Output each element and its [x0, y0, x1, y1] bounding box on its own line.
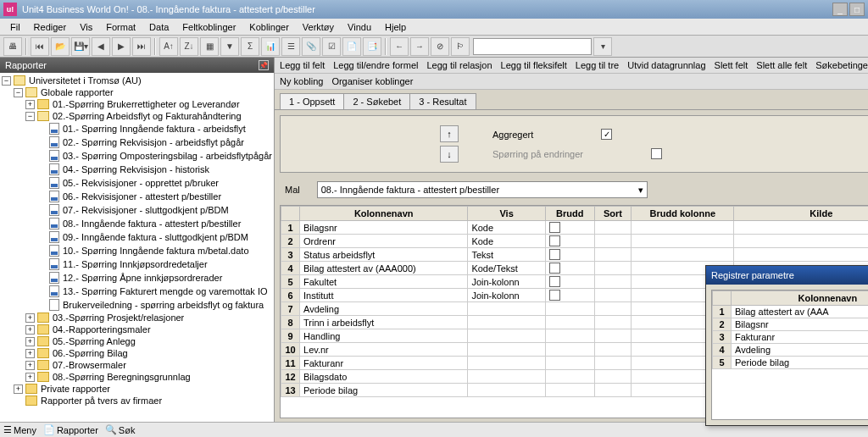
grid-header[interactable]: Kilde — [734, 207, 868, 221]
menu-rediger[interactable]: Rediger — [27, 20, 74, 34]
doc-icon[interactable]: 📄 — [342, 37, 361, 56]
expand-icon[interactable]: + — [25, 100, 35, 109]
status-sok[interactable]: 🔍 Søk — [105, 424, 136, 435]
move-down-button[interactable]: ↓ — [440, 146, 459, 163]
param-header[interactable] — [713, 291, 732, 306]
maximize-button[interactable]: □ — [849, 3, 865, 16]
menu-verktoy[interactable]: Verktøy — [296, 20, 341, 34]
action-link[interactable]: Legg til fleksifelt — [501, 60, 567, 70]
multi-doc-icon[interactable]: 📑 — [363, 37, 381, 56]
menu-vindu[interactable]: Vindu — [341, 20, 378, 34]
tree-folder[interactable]: +07.-Browsermaler — [0, 359, 274, 371]
expand-icon[interactable]: + — [25, 349, 35, 358]
grid-header[interactable]: Sort — [594, 207, 631, 221]
action-link[interactable]: Legg til/endre formel — [333, 60, 418, 70]
tree-folder[interactable]: +05.-Spørring Anlegg — [0, 335, 274, 347]
action-link[interactable]: Slett felt — [715, 60, 748, 70]
tree-report-item[interactable]: 01.- Spørring Inngående faktura - arbeid… — [0, 122, 274, 136]
nav-prev-icon[interactable]: ◀ — [92, 37, 110, 56]
tree-report-item[interactable]: 10.- Spørring Inngående faktura m/betal.… — [0, 244, 274, 257]
nav-next-icon[interactable]: ▶ — [112, 37, 131, 56]
status-meny[interactable]: ☰ Meny — [3, 424, 36, 435]
tree-report-item[interactable]: 12.- Spørring Åpne innkjøpsordrerader — [0, 271, 274, 285]
menu-hjelp[interactable]: Hjelp — [378, 20, 413, 34]
expand-icon[interactable]: + — [25, 325, 35, 335]
action-link[interactable]: Legg til relasjon — [427, 60, 492, 70]
minimize-button[interactable]: _ — [832, 3, 848, 16]
attach-icon[interactable]: 📎 — [302, 37, 320, 56]
menu-feltkoblinger[interactable]: Feltkoblinger — [175, 20, 242, 34]
mal-select[interactable]: 08.- Inngående faktura - attestert p/bes… — [317, 181, 648, 198]
param-row[interactable]: 2Bilagsnrlik — [713, 318, 868, 331]
action-link[interactable]: Utvid datagrunnlag — [627, 60, 705, 70]
brudd-checkbox[interactable] — [549, 222, 560, 233]
grid-header[interactable]: Brudd kolonne — [632, 207, 734, 221]
grid-header[interactable]: Brudd — [545, 207, 594, 221]
action-link[interactable]: Ny kobling — [280, 76, 323, 86]
tree-report-item[interactable]: 11.- Spørring Innkjøpsordredetaljer — [0, 257, 274, 271]
tree-folder[interactable]: +08.-Spørring Beregningsgrunnlag — [0, 371, 274, 383]
endringer-checkbox[interactable] — [651, 148, 662, 159]
param-row[interactable]: 1Bilag attestert av (AAAlik — [713, 306, 868, 318]
tree-report-item[interactable]: Brukerveiledning - spørring arbeidsflyt … — [0, 298, 274, 312]
open-icon[interactable]: 📂 — [51, 37, 70, 56]
grid-row[interactable]: 1BilagsnrKodeBilagsnr — [281, 221, 868, 235]
grid-row[interactable]: 2OrdrenrKodeOrdrenr — [281, 235, 868, 248]
print-icon[interactable]: 🖶 — [3, 37, 22, 56]
expand-icon[interactable]: + — [14, 384, 23, 394]
expand-icon[interactable]: + — [25, 373, 35, 382]
action-link[interactable]: Legg til tre — [576, 60, 619, 70]
tree-report-item[interactable]: 03.- Spørring Omposteringsbilag - arbeid… — [0, 149, 274, 163]
tree-globale[interactable]: − Globale rapporter — [0, 86, 274, 98]
tree-folder[interactable]: +03.-Spørring Prosjekt/relasjoner — [0, 312, 274, 324]
tree-report-item[interactable]: 13.- Spørring Fakturert mengde og varemo… — [0, 285, 274, 298]
report-tree[interactable]: − Universitetet i Tromsø (AU) − Globale … — [0, 73, 274, 422]
menu-format[interactable]: Format — [99, 20, 142, 34]
tree-report-item[interactable]: 02.- Spørring Rekvisisjon - arbeidsflyt … — [0, 136, 274, 149]
aggregert-checkbox[interactable]: ✓ — [601, 129, 612, 140]
search-dropdown-icon[interactable]: ▾ — [593, 37, 612, 56]
save-dropdown-icon[interactable]: 💾▾ — [71, 37, 90, 56]
grid-header[interactable] — [281, 207, 300, 221]
nav-first-icon[interactable]: ⏮ — [31, 37, 49, 56]
action-link[interactable]: Legg til felt — [280, 60, 325, 70]
toolbar-search-input[interactable] — [473, 38, 592, 55]
move-up-button[interactable]: ↑ — [440, 125, 459, 142]
expand-icon[interactable]: + — [25, 313, 35, 323]
flag-icon[interactable]: 🏳 — [451, 37, 470, 56]
status-rapporter[interactable]: 📄 Rapporter — [43, 424, 98, 435]
list-icon[interactable]: ☰ — [281, 37, 300, 56]
tree-folder-02[interactable]: − 02.-Spørring Arbeidsflyt og Fakturahån… — [0, 110, 274, 122]
grid-header[interactable]: Vis — [468, 207, 545, 221]
tree-report-item[interactable]: 05.- Rekvisisjoner - opprettet p/bruker — [0, 176, 274, 190]
param-row[interactable]: 4Avdelinglik — [713, 344, 868, 357]
check-icon[interactable]: ☑ — [322, 37, 341, 56]
menu-koblinger[interactable]: Koblinger — [242, 20, 295, 34]
tree-report-item[interactable]: 09.- Inngående faktura - sluttgodkjent p… — [0, 230, 274, 244]
brudd-checkbox[interactable] — [549, 276, 560, 287]
tab-oppsett[interactable]: 1 - Oppsett — [280, 93, 344, 109]
tree-root[interactable]: − Universitetet i Tromsø (AU) — [0, 75, 274, 86]
stop-icon[interactable]: ⊘ — [431, 37, 449, 56]
action-link[interactable]: Søkebetingelser — [815, 60, 868, 70]
menu-data[interactable]: Data — [142, 20, 175, 34]
back-icon[interactable]: ← — [390, 37, 409, 56]
brudd-checkbox[interactable] — [549, 235, 560, 246]
collapse-icon[interactable]: − — [2, 76, 11, 86]
parameters-grid[interactable]: KolonnenavnTypeFraTil1Bilag attestert av… — [711, 290, 868, 420]
menu-fil[interactable]: Fil — [3, 20, 27, 34]
sort-desc-icon[interactable]: Z↓ — [180, 37, 198, 56]
tree-report-item[interactable]: 07.- Rekvisisjoner - sluttgodkjent p/BDM — [0, 203, 274, 217]
tree-tvers[interactable]: Rapporter på tvers av firmaer — [0, 395, 274, 407]
expand-icon[interactable]: + — [25, 361, 35, 370]
sum-icon[interactable]: Σ — [241, 37, 259, 56]
tree-folder[interactable]: +06.-Spørring Bilag — [0, 347, 274, 359]
grid-row[interactable]: 3Status arbeidsflytTekstStatus arbeidsfl… — [281, 248, 868, 262]
menu-vis[interactable]: Vis — [73, 20, 99, 34]
tree-private[interactable]: + Private rapporter — [0, 383, 274, 395]
brudd-checkbox[interactable] — [549, 249, 560, 260]
param-row[interactable]: 3Fakturanrlik — [713, 331, 868, 344]
action-link[interactable]: Slett alle felt — [756, 60, 807, 70]
columns-icon[interactable]: ▦ — [200, 37, 219, 56]
brudd-checkbox[interactable] — [549, 263, 560, 274]
